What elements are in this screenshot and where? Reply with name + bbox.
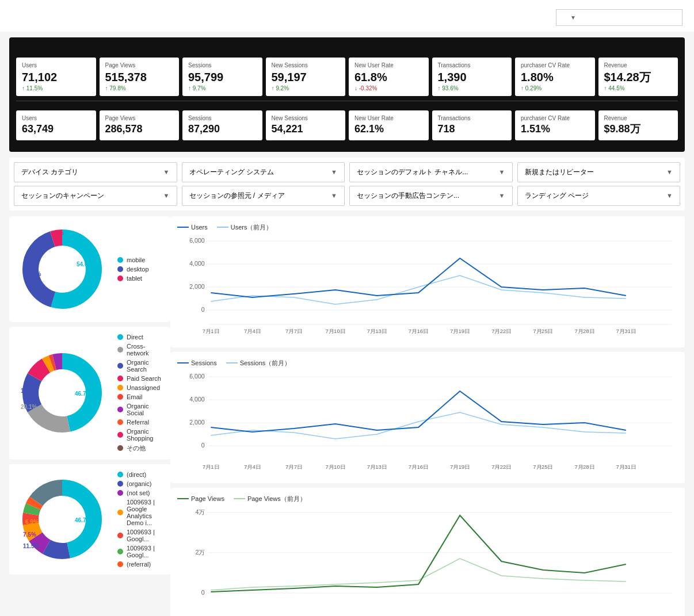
device-legend: mobile desktop tablet: [117, 257, 149, 282]
metric-label: Transactions: [438, 62, 506, 68]
svg-text:2,000: 2,000: [189, 419, 205, 426]
metric-value: 1,390: [438, 70, 506, 84]
svg-text:7月13日: 7月13日: [367, 464, 387, 470]
metric-card: purchaser CV Rate 1.80% ↑ 0.29%: [515, 58, 595, 96]
chevron-down-icon: ▼: [163, 169, 170, 175]
sessions-chart-container: Sessions Sessions（前月） 6,000 4,000 2,000 …: [170, 352, 685, 483]
metric-value: 63,749: [22, 123, 90, 136]
metric-value: $14.28万: [604, 70, 673, 84]
filter-button[interactable]: セッションの手動広告コンテン...▼: [349, 186, 513, 206]
filter-button[interactable]: セッションの参照元 / メディア▼: [182, 186, 345, 206]
svg-text:40.4%: 40.4%: [25, 271, 41, 277]
device-donut-chart: 54.6% 40.4% 5%: [16, 223, 108, 315]
svg-text:7月19日: 7月19日: [450, 464, 470, 470]
filter-row-2: セッションのキャンペーン▼セッションの参照元 / メディア▼セッションの手動広告…: [14, 186, 680, 206]
metric-value: 59,197: [272, 70, 340, 84]
svg-text:46.7%: 46.7%: [75, 391, 91, 397]
metric-value: 718: [438, 123, 506, 136]
source-legend: (direct) (organic) (not set) 1009693 | G…: [117, 471, 163, 568]
filter-button[interactable]: セッションのデフォルト チャネル...▼: [349, 162, 513, 182]
metric-label: New Sessions: [272, 115, 340, 121]
metric-change: ↑ 79.8%: [105, 85, 174, 91]
svg-text:6,000: 6,000: [189, 238, 205, 244]
svg-text:7月16日: 7月16日: [409, 328, 428, 334]
filter-button[interactable]: デバイス カテゴリ▼: [14, 162, 177, 182]
svg-text:11.5%: 11.5%: [23, 543, 39, 549]
paid-search-label: Paid Search: [127, 375, 161, 382]
svg-text:7月10日: 7月10日: [326, 464, 345, 470]
chevron-down-icon: ▼: [666, 192, 673, 199]
svg-text:7月4日: 7月4日: [244, 328, 261, 334]
current-metrics-row: Users 71,102 ↑ 11.5% Page Views 515,378 …: [16, 58, 678, 96]
metric-card-prev: Revenue $9.88万: [598, 110, 678, 140]
chevron-down-icon: ▼: [331, 169, 337, 175]
metric-value: 71,102: [22, 70, 90, 84]
chevron-down-icon: ▼: [331, 192, 337, 199]
metric-label: Revenue: [604, 62, 673, 68]
metric-value: 1.51%: [521, 123, 589, 136]
summary-section: Users 71,102 ↑ 11.5% Page Views 515,378 …: [9, 37, 685, 152]
charts-section: 54.6% 40.4% 5% mobile desktop tablet: [9, 216, 685, 616]
svg-text:7月10日: 7月10日: [326, 328, 345, 334]
metric-card-prev: New Sessions 54,221: [266, 110, 346, 140]
metric-card: Users 71,102 ↑ 11.5%: [16, 58, 96, 96]
svg-text:7月1日: 7月1日: [203, 464, 219, 470]
svg-text:7月1日: 7月1日: [203, 328, 219, 334]
svg-text:7月28日: 7月28日: [574, 464, 594, 470]
svg-text:7月7日: 7月7日: [285, 328, 302, 334]
svg-text:7月22日: 7月22日: [491, 464, 511, 470]
device-donut-container: 54.6% 40.4% 5% mobile desktop tablet: [9, 216, 170, 322]
metric-card-prev: Sessions 87,290: [182, 110, 262, 140]
filter-button[interactable]: ランディング ページ▼: [517, 186, 681, 206]
pageviews-chart-container: Page Views Page Views（前月） 4万 2万 0 7月1日 7…: [170, 488, 685, 616]
svg-text:2万: 2万: [196, 549, 205, 556]
svg-text:7月13日: 7月13日: [367, 328, 387, 334]
metric-card: Page Views 515,378 ↑ 79.8%: [100, 58, 180, 96]
metric-value: 286,578: [105, 123, 174, 136]
filter-button[interactable]: オペレーティング システム▼: [182, 162, 345, 182]
svg-text:7.5%: 7.5%: [23, 531, 36, 538]
filter-label: ランディング ページ: [525, 191, 589, 201]
svg-text:5%: 5%: [55, 229, 64, 236]
filter-label: セッションの手動広告コンテン...: [357, 191, 459, 201]
metric-value: $9.88万: [604, 123, 673, 136]
source-donut-chart: 46.7% 11.5% 7.5% 6.9%: [16, 473, 108, 565]
filter-button[interactable]: セッションのキャンペーン▼: [14, 186, 177, 206]
filters-section: デバイス カテゴリ▼オペレーティング システム▼セッションのデフォルト チャネル…: [9, 158, 685, 211]
metric-label: purchaser CV Rate: [521, 62, 589, 68]
svg-text:7月22日: 7月22日: [491, 328, 511, 334]
metric-card-prev: Page Views 286,578: [100, 110, 180, 140]
date-range-picker[interactable]: ▼: [556, 9, 682, 26]
svg-text:7月31日: 7月31日: [616, 328, 636, 334]
svg-text:2,000: 2,000: [189, 284, 205, 290]
svg-text:0: 0: [201, 307, 205, 313]
metric-label: New User Rate: [354, 115, 423, 121]
metric-value: 95,799: [188, 70, 257, 84]
metric-label: Transactions: [438, 115, 506, 121]
metric-change: ↓ -0.32%: [354, 85, 423, 91]
filter-label: セッションのキャンペーン: [21, 191, 104, 201]
filter-label: 新規またはリピーター: [525, 167, 594, 177]
metric-card: New Sessions 59,197 ↑ 9.2%: [266, 58, 346, 96]
metric-card: Sessions 95,799 ↑ 9.7%: [182, 58, 262, 96]
svg-text:7月25日: 7月25日: [533, 328, 552, 334]
svg-text:46.7%: 46.7%: [75, 517, 91, 523]
chevron-down-icon: ▼: [570, 14, 576, 21]
chevron-down-icon: ▼: [163, 192, 170, 199]
metric-value: 1.80%: [521, 70, 589, 84]
metric-change: ↑ 9.2%: [272, 85, 340, 91]
metric-card: Transactions 1,390 ↑ 93.6%: [432, 58, 512, 96]
filter-button[interactable]: 新規またはリピーター▼: [517, 162, 681, 182]
metric-change: ↑ 9.7%: [188, 85, 257, 91]
metric-value: 87,290: [188, 123, 257, 136]
metric-value: 62.1%: [354, 123, 423, 136]
svg-text:4万: 4万: [196, 509, 205, 515]
filter-label: オペレーティング システム: [189, 167, 274, 177]
metric-card-prev: Users 63,749: [16, 110, 96, 140]
svg-text:6.9%: 6.9%: [25, 519, 39, 525]
svg-text:16.3%: 16.3%: [21, 388, 37, 394]
prev-metrics-row: Users 63,749 Page Views 286,578 Sessions…: [16, 110, 678, 140]
metric-card: Revenue $14.28万 ↑ 44.5%: [598, 58, 678, 96]
channel-legend: Direct Cross-network Organic Search Paid…: [117, 334, 163, 453]
metric-label: New User Rate: [354, 62, 423, 68]
